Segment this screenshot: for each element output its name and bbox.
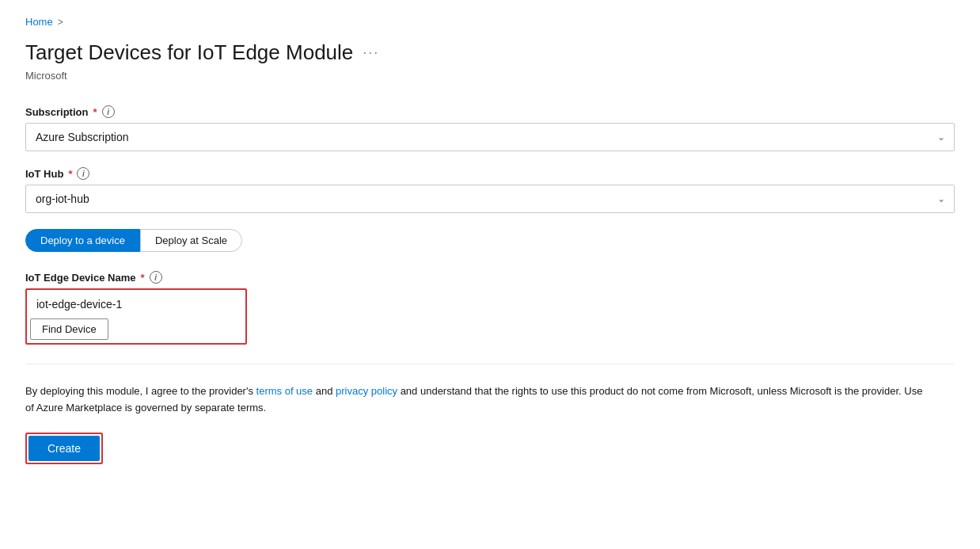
deploy-to-device-button[interactable]: Deploy to a device [25, 229, 140, 252]
page-title: Target Devices for IoT Edge Module [25, 40, 353, 65]
subscription-info-icon[interactable]: i [102, 105, 115, 118]
breadcrumb-home-link[interactable]: Home [25, 16, 53, 28]
form-section: Subscription * i Azure Subscription ⌄ Io… [25, 105, 955, 345]
footer-text: By deploying this module, I agree to the… [25, 383, 928, 417]
breadcrumb: Home > [25, 16, 955, 28]
subscription-label-text: Subscription [25, 106, 88, 118]
subscription-dropdown-wrapper: Azure Subscription ⌄ [25, 123, 955, 151]
iot-hub-select[interactable]: org-iot-hub [25, 185, 955, 213]
deploy-at-scale-button[interactable]: Deploy at Scale [140, 229, 242, 252]
subscription-group: Subscription * i Azure Subscription ⌄ [25, 105, 955, 151]
device-name-required: * [140, 272, 144, 284]
device-name-label-text: IoT Edge Device Name [25, 272, 135, 284]
more-options-icon[interactable]: ··· [363, 44, 379, 61]
footer-text-between: and [313, 385, 336, 397]
page-header: Target Devices for IoT Edge Module ··· [25, 40, 955, 65]
iot-hub-dropdown-wrapper: org-iot-hub ⌄ [25, 185, 955, 213]
device-name-section: IoT Edge Device Name * i Find Device [25, 271, 955, 345]
iot-hub-group: IoT Hub * i org-iot-hub ⌄ [25, 167, 955, 213]
device-name-input[interactable] [30, 293, 242, 315]
device-name-info-icon[interactable]: i [150, 271, 162, 284]
subscription-label: Subscription * i [25, 105, 955, 118]
subscription-required: * [93, 106, 97, 118]
iot-hub-info-icon[interactable]: i [77, 167, 89, 180]
terms-of-use-link[interactable]: terms of use [256, 385, 313, 397]
breadcrumb-separator: > [58, 17, 63, 28]
device-name-label: IoT Edge Device Name * i [25, 271, 955, 284]
find-device-button[interactable]: Find Device [30, 318, 108, 340]
create-button-wrapper: Create [25, 433, 103, 464]
iot-hub-label: IoT Hub * i [25, 167, 955, 180]
page-subtitle: Microsoft [25, 70, 955, 82]
iot-hub-required: * [68, 168, 72, 180]
privacy-policy-link[interactable]: privacy policy [336, 385, 397, 397]
iot-hub-label-text: IoT Hub [25, 168, 63, 180]
footer-text-before: By deploying this module, I agree to the… [25, 385, 256, 397]
device-input-container: Find Device [25, 288, 247, 345]
deploy-toggle-group: Deploy to a device Deploy at Scale [25, 229, 955, 252]
section-divider [25, 364, 955, 364]
subscription-select[interactable]: Azure Subscription [25, 123, 955, 151]
create-button[interactable]: Create [28, 436, 100, 461]
